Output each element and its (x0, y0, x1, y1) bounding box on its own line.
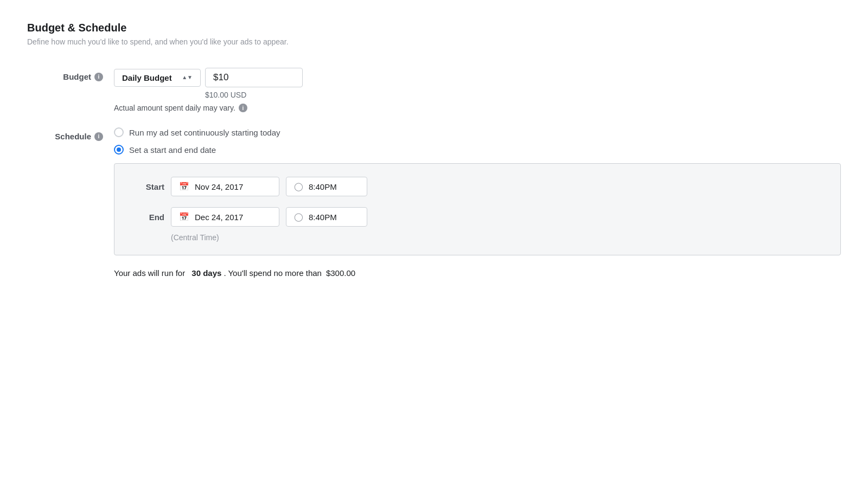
page-title: Budget & Schedule (27, 22, 841, 34)
end-date-field[interactable]: 📅 Dec 24, 2017 (171, 207, 279, 227)
budget-row: Budget i Daily Budget ▲▼ $10.00 USD Actu… (27, 68, 841, 114)
end-time-field[interactable]: ◯ 8:40PM (286, 207, 367, 227)
start-label: Start (132, 182, 164, 191)
start-calendar-icon: 📅 (179, 182, 189, 191)
budget-content: Daily Budget ▲▼ $10.00 USD Actual amount… (114, 68, 841, 114)
start-date-row: Start 📅 Nov 24, 2017 ◯ 8:40PM (132, 177, 823, 196)
schedule-options: Run my ad set continuously starting toda… (114, 127, 841, 155)
schedule-label: Schedule i (27, 127, 114, 141)
usd-label: $10.00 USD (114, 91, 841, 99)
radio-continuous[interactable]: Run my ad set continuously starting toda… (114, 127, 841, 137)
budget-amount-input[interactable] (205, 68, 303, 87)
start-time-field[interactable]: ◯ 8:40PM (286, 177, 367, 196)
schedule-content: Run my ad set continuously starting toda… (114, 127, 841, 255)
end-calendar-icon: 📅 (179, 212, 189, 222)
date-range-box: Start 📅 Nov 24, 2017 ◯ 8:40PM End 📅 Dec … (114, 163, 841, 255)
page-subtitle: Define how much you'd like to spend, and… (27, 37, 841, 46)
timezone-note: (Central Time) (171, 233, 823, 242)
summary-amount: $300.00 (326, 268, 355, 278)
radio-dates-button[interactable] (114, 145, 124, 155)
summary-text: Your ads will run for 30 days. You'll sp… (114, 268, 841, 278)
vary-info-icon[interactable]: i (239, 104, 247, 112)
budget-type-select[interactable]: Daily Budget ▲▼ (114, 69, 201, 87)
end-label: End (132, 213, 164, 222)
budget-label: Budget i (27, 68, 114, 81)
end-clock-icon: ◯ (294, 212, 303, 222)
budget-info-icon[interactable]: i (94, 73, 103, 81)
start-clock-icon: ◯ (294, 182, 303, 191)
schedule-info-icon[interactable]: i (94, 132, 103, 141)
budget-inputs: Daily Budget ▲▼ (114, 68, 841, 87)
summary-days: 30 days (192, 268, 221, 278)
radio-continuous-button[interactable] (114, 127, 124, 137)
schedule-row: Schedule i Run my ad set continuously st… (27, 127, 841, 255)
section-header: Budget & Schedule Define how much you'd … (27, 22, 841, 46)
budget-type-arrows: ▲▼ (182, 75, 193, 80)
end-date-row: End 📅 Dec 24, 2017 ◯ 8:40PM (132, 207, 823, 227)
start-date-field[interactable]: 📅 Nov 24, 2017 (171, 177, 279, 196)
radio-dates[interactable]: Set a start and end date (114, 145, 841, 155)
vary-note: Actual amount spent daily may vary. i (114, 104, 841, 112)
